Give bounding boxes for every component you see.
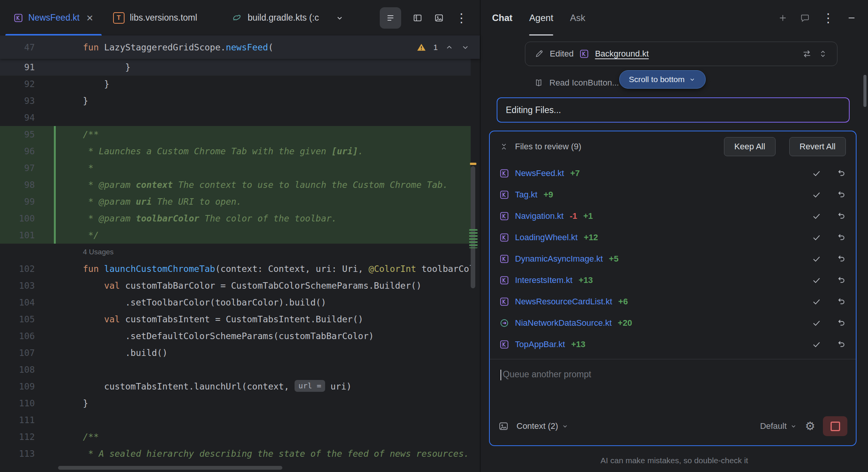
next-problem-icon[interactable] <box>461 43 470 52</box>
tab-ask[interactable]: Ask <box>570 0 585 36</box>
accept-file-icon[interactable] <box>811 211 821 221</box>
model-dropdown[interactable]: Default <box>760 421 797 431</box>
code-line[interactable]: 91 } <box>0 59 471 76</box>
accept-file-icon[interactable] <box>811 275 821 285</box>
code-line[interactable]: 99 * @param uri The URI to open. <box>0 193 471 210</box>
structure-view-button[interactable] <box>380 7 401 29</box>
hidden-tabs-dropdown-icon[interactable] <box>329 0 350 36</box>
revert-file-icon[interactable] <box>836 318 846 328</box>
split-editor-icon[interactable] <box>413 13 423 23</box>
collapse-icon[interactable] <box>500 142 508 151</box>
code-editor[interactable]: 91 }92 }93}9495/**96 * Launches a Custom… <box>0 59 480 472</box>
file-row[interactable]: TopAppBar.kt+13 <box>500 334 846 355</box>
accept-file-icon[interactable] <box>811 297 821 307</box>
code-line[interactable]: 104 .setToolbarColor(toolbarColor).build… <box>0 294 471 311</box>
file-link[interactable]: NiaNetworkDataSource.kt <box>515 318 612 328</box>
accept-file-icon[interactable] <box>811 168 821 178</box>
accept-file-icon[interactable] <box>811 318 821 328</box>
code-line[interactable]: 95/** <box>0 126 471 143</box>
usages-hint-label[interactable]: 4 Usages <box>83 244 113 260</box>
tab-agent[interactable]: Agent <box>529 0 553 36</box>
code-line[interactable]: 111 <box>0 412 471 428</box>
tab-build-gradle-kts[interactable]: build.gradle.kts (:c <box>222 0 329 36</box>
revert-file-icon[interactable] <box>836 211 846 221</box>
chat-scrollbar[interactable] <box>863 75 866 107</box>
code-line[interactable]: 105 val customTabsIntent = CustomTabsInt… <box>0 311 471 328</box>
warning-stripe-mark[interactable] <box>470 163 476 165</box>
revert-file-icon[interactable] <box>836 190 846 200</box>
code-line[interactable]: 92 } <box>0 76 471 92</box>
revert-all-button[interactable]: Revert All <box>789 137 846 156</box>
file-row[interactable]: NiaNetworkDataSource.kt+20 <box>500 312 846 334</box>
code-line[interactable]: 109 customTabsIntent.launchUrl(context, … <box>0 378 471 395</box>
code-line[interactable]: 112/** <box>0 428 471 445</box>
accept-file-icon[interactable] <box>811 339 821 349</box>
keep-all-button[interactable]: Keep All <box>724 137 776 156</box>
revert-file-icon[interactable] <box>836 168 846 178</box>
accept-file-icon[interactable] <box>811 233 821 242</box>
tab-libs-versions-toml[interactable]: T libs.versions.toml <box>103 0 207 36</box>
prompt-input[interactable]: Queue another prompt <box>490 359 856 410</box>
tab-newsfeed-kt[interactable]: NewsFeed.kt × <box>4 0 103 36</box>
code-line[interactable]: 102fun launchCustomChromeTab(context: Co… <box>0 260 471 277</box>
prev-problem-icon[interactable] <box>445 43 454 52</box>
file-link[interactable]: NewsResourceCardList.kt <box>515 297 612 307</box>
inspections-widget[interactable]: 1 <box>416 36 470 59</box>
code-line[interactable]: 110} <box>0 395 471 412</box>
file-row[interactable]: Navigation.kt-1+1 <box>500 205 846 227</box>
code-line[interactable]: 93} <box>0 92 471 109</box>
revert-file-icon[interactable] <box>836 254 846 264</box>
code-line[interactable]: 94 <box>0 109 471 126</box>
hide-panel-icon[interactable] <box>847 13 857 23</box>
file-link[interactable]: Tag.kt <box>515 190 538 200</box>
context-dropdown[interactable]: Context (2) <box>517 421 569 431</box>
code-line[interactable]: 97 * <box>0 160 471 176</box>
code-line[interactable]: 103 val customTabBarColor = CustomTabCol… <box>0 277 471 294</box>
expand-icon[interactable] <box>818 49 828 59</box>
editor-vertical-scrollbar[interactable] <box>471 166 475 288</box>
close-tab-icon[interactable]: × <box>86 12 93 24</box>
stop-button[interactable] <box>823 416 847 436</box>
accept-file-icon[interactable] <box>811 254 821 264</box>
file-link[interactable]: Navigation.kt <box>515 211 564 221</box>
revert-file-icon[interactable] <box>836 339 846 349</box>
file-row[interactable]: Tag.kt+9 <box>500 184 846 205</box>
scroll-to-bottom-button[interactable]: Scroll to bottom <box>619 70 706 89</box>
editor-horizontal-scrollbar[interactable] <box>58 466 282 470</box>
edited-file-link[interactable]: Background.kt <box>595 49 649 59</box>
code-line[interactable]: 100 * @param toolbarColor The color of t… <box>0 210 471 227</box>
code-line[interactable]: 98 * @param context The context to use t… <box>0 176 471 193</box>
inlay-usages-hint[interactable]: 4 Usages <box>0 244 471 260</box>
file-row[interactable]: LoadingWheel.kt+12 <box>500 227 846 248</box>
sticky-header-line[interactable]: 47 fun LazyStaggeredGridScope.newsFeed( … <box>0 36 480 59</box>
file-row[interactable]: NewsResourceCardList.kt+6 <box>500 291 846 312</box>
code-line[interactable]: 107 .build() <box>0 344 471 361</box>
chat-options-icon[interactable]: ⋮ <box>822 12 834 24</box>
preview-image-icon[interactable] <box>434 13 444 23</box>
file-row[interactable]: InterestsItem.kt+13 <box>500 270 846 291</box>
revert-file-icon[interactable] <box>836 275 846 285</box>
file-row[interactable]: DynamicAsyncImage.kt+5 <box>500 248 846 270</box>
code-line[interactable]: 96 * Launches a Custom Chrome Tab with t… <box>0 143 471 160</box>
code-line[interactable]: 101 */ <box>0 227 471 244</box>
file-link[interactable]: LoadingWheel.kt <box>515 233 578 242</box>
edited-file-card[interactable]: Edited Background.kt <box>525 42 837 66</box>
chat-history-icon[interactable] <box>800 13 810 23</box>
accept-file-icon[interactable] <box>811 190 821 200</box>
new-chat-icon[interactable] <box>778 13 788 23</box>
code-line[interactable]: 113 * A sealed hierarchy describing the … <box>0 445 471 462</box>
diff-stripe-mark[interactable] <box>469 229 478 248</box>
attach-image-icon[interactable] <box>498 421 509 432</box>
open-diff-icon[interactable] <box>802 49 812 59</box>
code-line[interactable]: 108 <box>0 361 471 378</box>
file-link[interactable]: InterestsItem.kt <box>515 275 572 285</box>
file-link[interactable]: TopAppBar.kt <box>515 339 565 349</box>
editor-options-icon[interactable]: ⋮ <box>455 12 468 24</box>
file-link[interactable]: NewsFeed.kt <box>515 168 564 178</box>
settings-gear-icon[interactable]: ⚙ <box>805 420 815 432</box>
revert-file-icon[interactable] <box>836 233 846 242</box>
revert-file-icon[interactable] <box>836 297 846 307</box>
code-line[interactable]: 106 .setDefaultColorSchemeParams(customT… <box>0 328 471 344</box>
file-link[interactable]: DynamicAsyncImage.kt <box>515 254 603 264</box>
file-row[interactable]: NewsFeed.kt+7 <box>500 163 846 184</box>
